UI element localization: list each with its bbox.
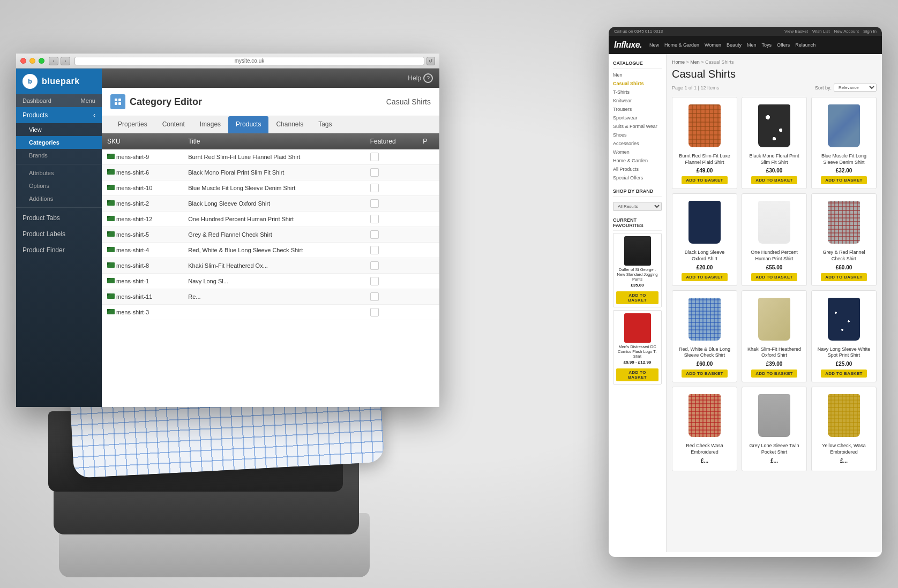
nav-toys[interactable]: Toys (761, 42, 772, 48)
help-button[interactable]: Help ? (408, 73, 433, 83)
sidebar-sub-options[interactable]: Options (16, 179, 102, 192)
nav-men[interactable]: Men (747, 42, 757, 48)
table-row[interactable]: mens-shirt-3 (102, 305, 439, 320)
product-card-9[interactable]: Navy Long Sleeve White Spot Print Shirt … (811, 290, 877, 382)
sidebar-sportswear[interactable]: Sportswear (613, 114, 662, 122)
nav-relaunch[interactable]: Relaunch (795, 42, 815, 48)
add-basket-8[interactable]: ADD TO BASKET (751, 370, 797, 378)
nav-women[interactable]: Women (705, 42, 721, 48)
sidebar-men[interactable]: Men (613, 71, 662, 79)
url-bar[interactable]: mysite.co.uk (74, 57, 424, 65)
sidebar-item-product-labels[interactable]: Product Labels (16, 226, 102, 242)
product-card-11[interactable]: Grey Lone Sleeve Twin Pocket Shirt £... (742, 387, 807, 471)
sidebar-sub-categories[interactable]: Categories (16, 136, 102, 149)
sidebar-knitwear[interactable]: Knitwear (613, 96, 662, 105)
nav-offers[interactable]: Offers (777, 42, 790, 48)
add-basket-4[interactable]: ADD TO BASKET (682, 273, 728, 281)
add-basket-3[interactable]: ADD TO BASKET (821, 176, 867, 184)
breadcrumb-men[interactable]: Men (690, 59, 700, 65)
fav-jogger-add-basket[interactable]: ADD TO BASKET (616, 291, 658, 304)
product-card-12[interactable]: Yellow Check, Wasa Embroidered £... (811, 387, 877, 471)
sidebar-sub-brands[interactable]: Brands (16, 149, 102, 162)
sidebar-sub-additions[interactable]: Additions (16, 192, 102, 205)
tab-channels[interactable]: Channels (268, 116, 311, 133)
table-row[interactable]: mens-shirt-11 Re... (102, 289, 439, 305)
add-basket-2[interactable]: ADD TO BASKET (751, 176, 797, 184)
maximize-window-button[interactable] (39, 58, 44, 64)
close-window-button[interactable] (20, 58, 26, 64)
cell-featured[interactable] (365, 165, 418, 180)
sidebar-casual-shirts[interactable]: Casual Shirts (613, 79, 662, 88)
product-card-4[interactable]: Black Long Sleeve Oxford Shirt £20.00 AD… (672, 193, 737, 285)
product-card-3[interactable]: Blue Muscle Fit Long Sleeve Denim Shirt … (811, 97, 877, 189)
table-row[interactable]: mens-shirt-5 Grey & Red Flannel Check Sh… (102, 227, 439, 243)
breadcrumb-home[interactable]: Home (672, 59, 685, 65)
sidebar-trousers[interactable]: Trousers (613, 105, 662, 114)
add-basket-9[interactable]: ADD TO BASKET (821, 370, 867, 378)
sidebar-home-garden[interactable]: Home & Garden (613, 156, 662, 165)
sidebar-sub-attributes[interactable]: Attributes (16, 167, 102, 179)
sidebar-shoes[interactable]: Shoes (613, 131, 662, 139)
product-card-10[interactable]: Red Check Wasa Embroidered £... (672, 387, 737, 471)
sidebar-all-products[interactable]: All Products (613, 165, 662, 174)
product-card-8[interactable]: Khaki Slim-Fit Heathered Oxford Shirt £3… (742, 290, 807, 382)
product-card-2[interactable]: Black Mono Floral Print Slim Fit Shirt £… (742, 97, 807, 189)
cell-featured[interactable] (365, 274, 418, 289)
add-basket-7[interactable]: ADD TO BASKET (682, 370, 728, 378)
add-basket-5[interactable]: ADD TO BASKET (751, 273, 797, 281)
table-row[interactable]: mens-shirt-10 Blue Muscle Fit Long Sleev… (102, 180, 439, 196)
table-row[interactable]: mens-shirt-4 Red, White & Blue Long Slee… (102, 243, 439, 258)
sidebar-accessories[interactable]: Accessories (613, 139, 662, 148)
product-card-6[interactable]: Grey & Red Flannel Check Shirt £60.00 AD… (811, 193, 877, 285)
table-row[interactable]: mens-shirt-2 Black Long Sleeve Oxford Sh… (102, 196, 439, 212)
forward-button[interactable]: › (61, 57, 70, 65)
view-basket-link[interactable]: View Basket (784, 29, 808, 34)
cell-featured[interactable] (365, 258, 418, 274)
sign-in-link[interactable]: Sign In (863, 29, 877, 34)
fav-item-tshirt[interactable]: Men's Distressed DC Comics Flash Logo T-… (613, 310, 662, 385)
sidebar-item-product-tabs[interactable]: Product Tabs (16, 210, 102, 226)
fav-item-jogger[interactable]: Duffer of St George - New Standard Joggi… (613, 233, 662, 307)
tab-products[interactable]: Products (228, 116, 268, 133)
nav-home-garden[interactable]: Home & Garden (664, 42, 699, 48)
table-row[interactable]: mens-shirt-8 Khaki Slim-Fit Heathered Ox… (102, 258, 439, 274)
product-card-1[interactable]: Burnt Red Slim-Fit Luxe Flannel Plaid Sh… (672, 97, 737, 189)
sidebar-item-products[interactable]: Products ‹ (16, 107, 102, 123)
add-basket-1[interactable]: ADD TO BASKET (682, 176, 728, 184)
tab-images[interactable]: Images (192, 116, 228, 133)
nav-beauty[interactable]: Beauty (727, 42, 742, 48)
table-row[interactable]: mens-shirt-12 One Hundred Percent Human … (102, 212, 439, 227)
brands-filter-select[interactable]: All Results (613, 202, 662, 211)
nav-new[interactable]: New (649, 42, 659, 48)
table-row[interactable]: mens-shirt-1 Navy Long Sl... (102, 274, 439, 289)
tab-properties[interactable]: Properties (110, 116, 155, 133)
cell-featured[interactable] (365, 212, 418, 227)
sidebar-special-offers[interactable]: Special Offers (613, 174, 662, 182)
minimize-window-button[interactable] (29, 58, 35, 64)
back-button[interactable]: ‹ (49, 57, 58, 65)
cell-featured[interactable] (365, 180, 418, 196)
sidebar-sub-view[interactable]: View (16, 123, 102, 136)
cell-featured[interactable] (365, 196, 418, 212)
sidebar-item-product-finder[interactable]: Product Finder (16, 242, 102, 258)
wish-list-link[interactable]: Wish List (812, 29, 829, 34)
cell-featured[interactable] (365, 149, 418, 165)
sidebar-suits[interactable]: Suits & Formal Wear (613, 122, 662, 131)
table-row[interactable]: mens-shirt-6 Black Mono Floral Print Sli… (102, 165, 439, 180)
cell-featured[interactable] (365, 289, 418, 305)
new-account-link[interactable]: New Account (834, 29, 859, 34)
reload-button[interactable]: ↺ (426, 57, 435, 65)
sidebar-women[interactable]: Women (613, 148, 662, 156)
tab-content[interactable]: Content (155, 116, 192, 133)
product-card-7[interactable]: Red, White & Blue Long Sleeve Check Shir… (672, 290, 737, 382)
tab-tags[interactable]: Tags (311, 116, 339, 133)
fav-tshirt-add-basket[interactable]: ADD TO BASKET (616, 368, 658, 381)
add-basket-6[interactable]: ADD TO BASKET (821, 273, 867, 281)
cell-featured[interactable] (365, 227, 418, 243)
cell-featured[interactable] (365, 305, 418, 320)
product-card-5[interactable]: One Hundred Percent Human Print Shirt £5… (742, 193, 807, 285)
sidebar-t-shirts[interactable]: T-Shirts (613, 88, 662, 96)
sidebar-dashboard-row[interactable]: Dashboard Menu (16, 94, 102, 107)
table-row[interactable]: mens-shirt-9 Burnt Red Slim-Fit Luxe Fla… (102, 149, 439, 165)
sort-select[interactable]: Relevance Price Low-High Price High-Low (834, 84, 877, 92)
